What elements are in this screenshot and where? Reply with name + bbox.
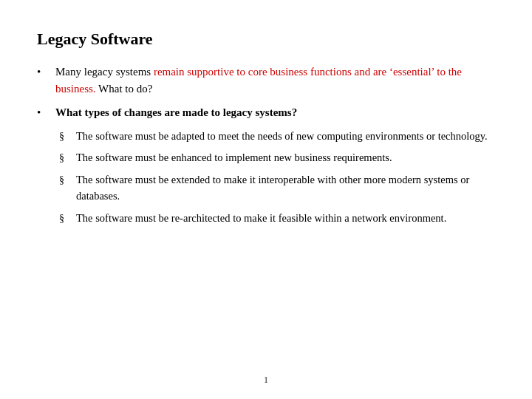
slide: Legacy Software • Many legacy systems re… [0,0,532,399]
bullet-symbol-2: • [37,104,52,121]
sub-bullet-item-4: § The software must be re-architected to… [59,211,495,227]
sub-bullet-item-1: § The software must be adapted to meet t… [59,129,495,145]
slide-content: • Many legacy systems remain supportive … [37,64,495,226]
sub-bullet-item-3: § The software must be extended to make … [59,172,495,205]
sub-bullet-text-4: The software must be re-architected to m… [76,211,495,227]
sub-bullet-text-3: The software must be extended to make it… [76,172,495,205]
sub-bullet-text-2: The software must be enhanced to impleme… [76,150,495,166]
page-number: 1 [264,374,269,386]
sub-bullet-symbol-3: § [59,172,72,188]
sub-bullet-text-1: The software must be adapted to meet the… [76,129,495,145]
sub-bullets-container: § The software must be adapted to meet t… [59,129,495,227]
highlight-text-1: remain supportive to core business funct… [55,66,462,95]
sub-bullet-symbol-1: § [59,129,72,144]
sub-bullet-symbol-2: § [59,150,72,166]
bullet-item-1: • Many legacy systems remain supportive … [37,64,495,97]
bullet-text-2: What types of changes are made to legacy… [55,104,495,121]
sub-bullet-item-2: § The software must be enhanced to imple… [59,150,495,166]
bullet-text-1: Many legacy systems remain supportive to… [55,64,495,97]
bullet-symbol-1: • [37,64,52,81]
bullet-item-2: • What types of changes are made to lega… [37,104,495,121]
slide-title: Legacy Software [37,30,495,49]
sub-bullet-symbol-4: § [59,211,72,226]
